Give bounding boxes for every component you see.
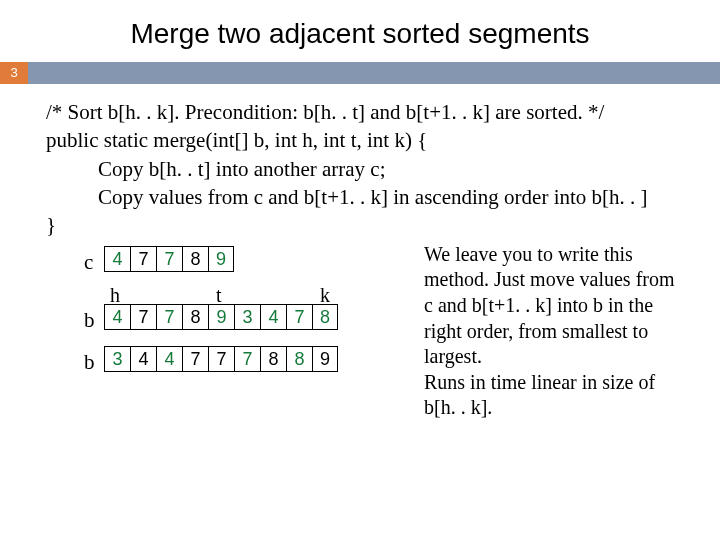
cell: 8 (312, 304, 338, 330)
array-b2-label: b (84, 348, 95, 376)
cell: 4 (260, 304, 286, 330)
code-line-1: /* Sort b[h. . k]. Precondition: b[h. . … (46, 98, 690, 126)
array-c-cells: 4 7 7 8 9 (104, 246, 234, 272)
cell: 3 (104, 346, 130, 372)
code-line-4: Copy values from c and b[t+1. . k] in as… (46, 183, 690, 211)
cell: 7 (130, 246, 156, 272)
array-b2-cells: 3 4 4 7 7 7 8 8 9 (104, 346, 338, 372)
cell: 8 (286, 346, 312, 372)
explanation-text: We leave you to write this method. Just … (424, 242, 682, 421)
cell: 9 (208, 304, 234, 330)
cell: 4 (104, 246, 130, 272)
array-c-label: c (84, 248, 93, 276)
cell: 7 (130, 304, 156, 330)
cell: 9 (208, 246, 234, 272)
code-line-3: Copy b[h. . t] into another array c; (46, 155, 690, 183)
cell: 7 (182, 346, 208, 372)
array-c-row: c 4 7 7 8 9 (104, 246, 424, 274)
cell: 7 (156, 304, 182, 330)
array-b1-row: b 4 7 7 8 9 3 4 7 8 (104, 304, 424, 332)
slide-title: Merge two adjacent sorted segments (0, 0, 720, 62)
cell: 7 (234, 346, 260, 372)
cell: 4 (104, 304, 130, 330)
cell: 7 (156, 246, 182, 272)
cell: 9 (312, 346, 338, 372)
accent-band: 3 (0, 62, 720, 84)
index-header-row: h t k (104, 282, 424, 304)
cell: 7 (286, 304, 312, 330)
cell: 3 (234, 304, 260, 330)
cell: 4 (130, 346, 156, 372)
array-b2-row: b 3 4 4 7 7 7 8 8 9 (104, 346, 424, 374)
cell: 8 (182, 246, 208, 272)
arrays-column: c 4 7 7 8 9 h t k b 4 7 (104, 246, 424, 380)
cell: 8 (260, 346, 286, 372)
cell: 8 (182, 304, 208, 330)
code-line-5: } (46, 211, 690, 239)
array-b1-label: b (84, 306, 95, 334)
array-b1-cells: 4 7 7 8 9 3 4 7 8 (104, 304, 338, 330)
cell: 4 (156, 346, 182, 372)
slide-body: /* Sort b[h. . k]. Precondition: b[h. . … (0, 84, 720, 240)
code-line-2: public static merge(int[] b, int h, int … (46, 126, 690, 154)
page-number-badge: 3 (0, 62, 28, 84)
cell: 7 (208, 346, 234, 372)
